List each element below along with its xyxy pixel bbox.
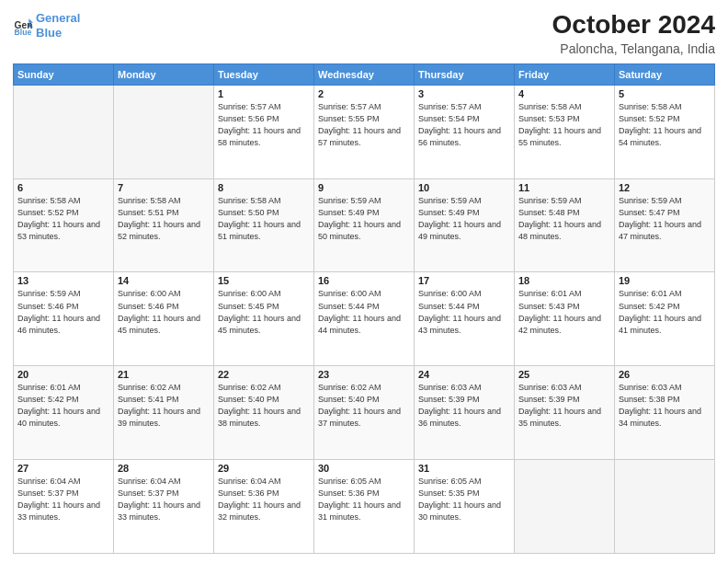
day-number: 3 [418,88,510,99]
day-info: Sunrise: 5:58 AM Sunset: 5:52 PM Dayligh… [17,195,109,243]
day-number: 1 [218,88,310,99]
calendar-cell: 13Sunrise: 5:59 AM Sunset: 5:46 PM Dayli… [14,272,114,366]
day-info: Sunrise: 6:01 AM Sunset: 5:42 PM Dayligh… [17,382,109,430]
calendar-cell: 28Sunrise: 6:04 AM Sunset: 5:37 PM Dayli… [114,460,214,554]
day-info: Sunrise: 6:00 AM Sunset: 5:44 PM Dayligh… [418,288,510,336]
calendar-cell [114,85,214,178]
day-number: 23 [318,369,410,380]
day-info: Sunrise: 5:58 AM Sunset: 5:50 PM Dayligh… [218,195,310,243]
day-number: 12 [619,182,711,193]
calendar-cell: 19Sunrise: 6:01 AM Sunset: 5:42 PM Dayli… [615,272,715,366]
day-number: 9 [318,182,410,193]
calendar-table: SundayMondayTuesdayWednesdayThursdayFrid… [13,63,715,554]
day-info: Sunrise: 6:03 AM Sunset: 5:39 PM Dayligh… [418,382,510,430]
day-number: 8 [218,182,310,193]
calendar-week-1: 1Sunrise: 5:57 AM Sunset: 5:56 PM Daylig… [14,85,715,178]
day-number: 10 [418,182,510,193]
day-info: Sunrise: 5:58 AM Sunset: 5:53 PM Dayligh… [518,101,610,149]
day-info: Sunrise: 6:02 AM Sunset: 5:40 PM Dayligh… [218,382,310,430]
day-info: Sunrise: 5:57 AM Sunset: 5:56 PM Dayligh… [218,101,310,149]
day-info: Sunrise: 5:58 AM Sunset: 5:51 PM Dayligh… [118,195,210,243]
main-title: October 2024 [552,11,715,40]
svg-text:Blue: Blue [15,28,32,36]
calendar-cell: 27Sunrise: 6:04 AM Sunset: 5:37 PM Dayli… [14,460,114,554]
day-number: 22 [218,369,310,380]
calendar-cell: 2Sunrise: 5:57 AM Sunset: 5:55 PM Daylig… [314,85,415,178]
day-number: 24 [418,369,510,380]
calendar-week-3: 13Sunrise: 5:59 AM Sunset: 5:46 PM Dayli… [14,272,715,366]
calendar-cell: 26Sunrise: 6:03 AM Sunset: 5:38 PM Dayli… [615,366,715,460]
day-number: 13 [17,275,109,286]
weekday-header-sunday: Sunday [14,63,114,85]
weekday-header-saturday: Saturday [615,63,715,85]
day-info: Sunrise: 6:03 AM Sunset: 5:39 PM Dayligh… [518,382,610,430]
day-number: 31 [418,463,510,474]
day-number: 2 [318,88,410,99]
logo-general: General [36,11,80,25]
calendar-cell: 7Sunrise: 5:58 AM Sunset: 5:51 PM Daylig… [114,178,214,272]
day-info: Sunrise: 5:59 AM Sunset: 5:49 PM Dayligh… [318,195,410,243]
logo-text: General Blue [36,11,80,40]
day-info: Sunrise: 5:59 AM Sunset: 5:49 PM Dayligh… [418,195,510,243]
title-block: October 2024 Paloncha, Telangana, India [552,11,715,56]
day-number: 7 [118,182,210,193]
calendar-cell [615,460,715,554]
day-info: Sunrise: 6:04 AM Sunset: 5:37 PM Dayligh… [118,476,210,523]
day-info: Sunrise: 6:03 AM Sunset: 5:38 PM Dayligh… [619,382,711,430]
day-number: 6 [17,182,109,193]
day-info: Sunrise: 6:00 AM Sunset: 5:45 PM Dayligh… [218,288,310,336]
calendar-cell: 25Sunrise: 6:03 AM Sunset: 5:39 PM Dayli… [515,366,615,460]
calendar-cell: 31Sunrise: 6:05 AM Sunset: 5:35 PM Dayli… [415,460,515,554]
calendar-cell: 29Sunrise: 6:04 AM Sunset: 5:36 PM Dayli… [214,460,314,554]
calendar-week-5: 27Sunrise: 6:04 AM Sunset: 5:37 PM Dayli… [14,460,715,554]
day-info: Sunrise: 6:00 AM Sunset: 5:44 PM Dayligh… [318,288,410,336]
calendar-cell: 11Sunrise: 5:59 AM Sunset: 5:48 PM Dayli… [515,178,615,272]
calendar-week-4: 20Sunrise: 6:01 AM Sunset: 5:42 PM Dayli… [14,366,715,460]
logo: Gen Blue General Blue [13,11,80,40]
calendar-cell: 23Sunrise: 6:02 AM Sunset: 5:40 PM Dayli… [314,366,415,460]
calendar-cell: 10Sunrise: 5:59 AM Sunset: 5:49 PM Dayli… [415,178,515,272]
calendar-cell: 22Sunrise: 6:02 AM Sunset: 5:40 PM Dayli… [214,366,314,460]
day-info: Sunrise: 5:57 AM Sunset: 5:54 PM Dayligh… [418,101,510,149]
day-number: 15 [218,275,310,286]
day-info: Sunrise: 5:57 AM Sunset: 5:55 PM Dayligh… [318,101,410,149]
day-info: Sunrise: 6:04 AM Sunset: 5:36 PM Dayligh… [218,476,310,523]
calendar-cell: 15Sunrise: 6:00 AM Sunset: 5:45 PM Dayli… [214,272,314,366]
calendar-cell: 21Sunrise: 6:02 AM Sunset: 5:41 PM Dayli… [114,366,214,460]
day-number: 25 [518,369,610,380]
day-number: 29 [218,463,310,474]
weekday-header-thursday: Thursday [415,63,515,85]
day-info: Sunrise: 6:01 AM Sunset: 5:42 PM Dayligh… [619,288,711,336]
calendar-cell: 18Sunrise: 6:01 AM Sunset: 5:43 PM Dayli… [515,272,615,366]
weekday-header-tuesday: Tuesday [214,63,314,85]
day-number: 17 [418,275,510,286]
calendar-cell: 20Sunrise: 6:01 AM Sunset: 5:42 PM Dayli… [14,366,114,460]
calendar-cell: 5Sunrise: 5:58 AM Sunset: 5:52 PM Daylig… [615,85,715,178]
header: Gen Blue General Blue October 2024 Palon… [13,11,715,56]
day-info: Sunrise: 6:01 AM Sunset: 5:43 PM Dayligh… [518,288,610,336]
day-info: Sunrise: 6:00 AM Sunset: 5:46 PM Dayligh… [118,288,210,336]
calendar-cell: 8Sunrise: 5:58 AM Sunset: 5:50 PM Daylig… [214,178,314,272]
day-number: 4 [518,88,610,99]
calendar-cell [14,85,114,178]
calendar-cell: 9Sunrise: 5:59 AM Sunset: 5:49 PM Daylig… [314,178,415,272]
day-info: Sunrise: 6:05 AM Sunset: 5:35 PM Dayligh… [418,476,510,523]
logo-icon: Gen Blue [13,16,33,36]
calendar-cell [515,460,615,554]
day-number: 30 [318,463,410,474]
weekday-header-wednesday: Wednesday [314,63,415,85]
logo-blue: Blue [36,26,62,40]
calendar-cell: 16Sunrise: 6:00 AM Sunset: 5:44 PM Dayli… [314,272,415,366]
calendar-week-2: 6Sunrise: 5:58 AM Sunset: 5:52 PM Daylig… [14,178,715,272]
calendar-cell: 24Sunrise: 6:03 AM Sunset: 5:39 PM Dayli… [415,366,515,460]
calendar-cell: 17Sunrise: 6:00 AM Sunset: 5:44 PM Dayli… [415,272,515,366]
day-number: 21 [118,369,210,380]
day-number: 14 [118,275,210,286]
calendar-cell: 1Sunrise: 5:57 AM Sunset: 5:56 PM Daylig… [214,85,314,178]
sub-title: Paloncha, Telangana, India [552,41,715,56]
page: Gen Blue General Blue October 2024 Palon… [0,0,728,563]
day-number: 19 [619,275,711,286]
day-number: 27 [17,463,109,474]
day-number: 5 [619,88,711,99]
day-info: Sunrise: 6:02 AM Sunset: 5:40 PM Dayligh… [318,382,410,430]
